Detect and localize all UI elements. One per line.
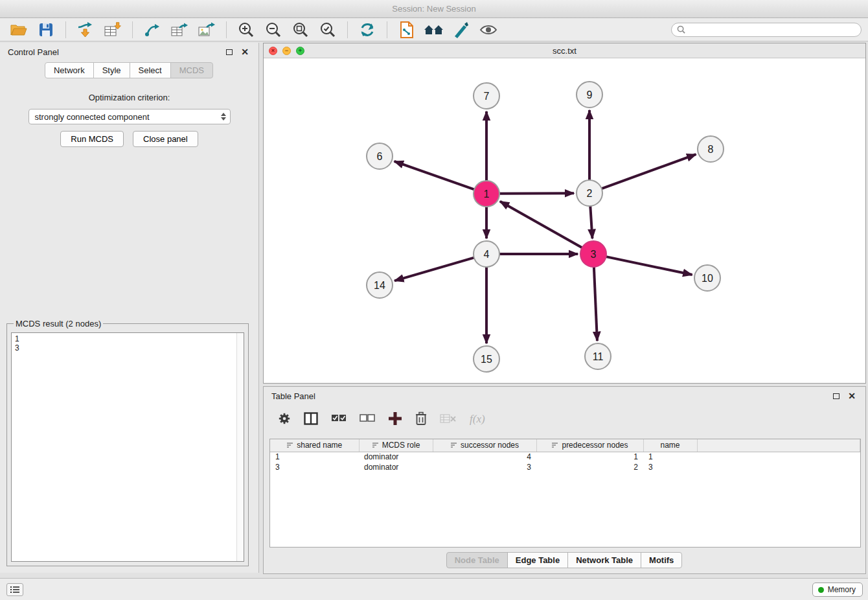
result-scrollbar[interactable] — [236, 333, 244, 561]
import-network-button[interactable] — [73, 20, 98, 40]
column-header-shared-name[interactable]: shared name — [270, 439, 359, 452]
float-panel-button[interactable] — [223, 46, 235, 58]
network-window-titlebar[interactable]: scc.txt × − + — [264, 43, 865, 58]
run-mcds-button[interactable]: Run MCDS — [60, 131, 124, 147]
edge-1-6[interactable] — [394, 161, 474, 189]
node-label: 2 — [587, 188, 593, 199]
table-row[interactable]: 3dominator323 — [270, 462, 860, 472]
zoom-selected-button[interactable] — [315, 20, 340, 40]
layout-refresh-button[interactable] — [355, 20, 380, 40]
network-graph: 7968124314101511 — [264, 58, 865, 383]
tab-network-table[interactable]: Network Table — [567, 552, 641, 568]
export-network-button[interactable] — [140, 20, 165, 40]
tab-network[interactable]: Network — [45, 62, 94, 78]
optimization-criterion-label: Optimization criterion: — [0, 93, 258, 102]
edge-3-1[interactable] — [500, 202, 582, 248]
column-header-filler — [697, 439, 860, 452]
tab-select[interactable]: Select — [130, 62, 171, 78]
open-session-button[interactable] — [6, 20, 31, 40]
memory-button[interactable]: Memory — [812, 583, 863, 597]
table-panel: Table Panel ✕ — [263, 386, 866, 574]
show-column-button[interactable] — [304, 412, 318, 427]
node-label: 6 — [377, 151, 383, 162]
node-label: 15 — [481, 354, 492, 365]
table-cell: 3 — [270, 462, 359, 472]
main-toolbar — [0, 18, 868, 41]
delete-table-button[interactable] — [440, 413, 457, 426]
table-cell-filler — [697, 462, 860, 472]
window-titlebar: Session: New Session — [0, 0, 868, 18]
columns-icon — [304, 412, 318, 425]
select-all-icon — [331, 413, 347, 424]
edge-2-8[interactable] — [602, 154, 696, 189]
tab-mcds[interactable]: MCDS — [170, 62, 213, 78]
eye-button[interactable] — [476, 20, 501, 40]
ndex-button[interactable] — [422, 20, 446, 40]
edge-1-2[interactable] — [499, 193, 574, 194]
refresh-icon — [359, 21, 376, 38]
column-header-mcds-role[interactable]: MCDS role — [359, 439, 433, 452]
task-history-button[interactable] — [6, 583, 23, 596]
table-cell: 3 — [433, 462, 536, 472]
close-panel-button[interactable]: ✕ — [239, 46, 251, 58]
toolbar-separator — [132, 21, 133, 38]
zoom-in-icon — [238, 21, 255, 38]
open-folder-icon — [10, 22, 28, 38]
close-mcds-panel-button[interactable]: Close panel — [133, 131, 198, 147]
style-wand-button[interactable] — [449, 20, 474, 40]
node-label: 11 — [593, 351, 604, 362]
delete-column-button[interactable] — [415, 411, 427, 428]
node-label: 3 — [591, 249, 597, 260]
create-column-button[interactable] — [388, 411, 402, 428]
edge-4-14[interactable] — [394, 258, 474, 281]
window-title: Session: New Session — [392, 4, 475, 14]
close-table-panel-button[interactable]: ✕ — [846, 390, 858, 402]
tab-edge-table[interactable]: Edge Table — [507, 552, 568, 568]
clone-network-button[interactable] — [394, 20, 419, 40]
zoom-fit-button[interactable] — [288, 20, 313, 40]
tab-node-table[interactable]: Node Table — [446, 552, 508, 568]
search-input[interactable] — [689, 25, 856, 34]
table-settings-button[interactable] — [278, 412, 291, 427]
unselect-all-columns-button[interactable] — [360, 413, 375, 426]
table-panel-tabs: Node Table Edge Table Network Table Moti… — [264, 552, 865, 568]
node-label: 7 — [484, 91, 490, 102]
optimization-criterion-select[interactable]: strongly connected component — [29, 109, 231, 124]
select-arrows-icon — [221, 113, 226, 121]
control-panel-title: Control Panel — [8, 47, 59, 57]
sort-icon — [372, 442, 379, 448]
select-value: strongly connected component — [35, 112, 150, 122]
status-bar: Memory — [0, 578, 868, 600]
tab-motifs[interactable]: Motifs — [641, 552, 682, 568]
close-icon: ✕ — [241, 47, 249, 56]
toolbar-separator — [65, 21, 66, 38]
node-label: 9 — [587, 89, 593, 100]
function-builder-button[interactable]: f(x) — [470, 413, 485, 426]
node-label: 10 — [702, 273, 713, 284]
sort-icon — [286, 442, 293, 448]
mcds-result-list[interactable]: 1 3 — [11, 332, 244, 562]
save-session-button[interactable] — [34, 20, 58, 40]
zoom-out-button[interactable] — [261, 20, 286, 40]
toolbar-separator — [347, 21, 348, 38]
export-table-button[interactable] — [167, 20, 192, 40]
table-row[interactable]: 1dominator411 — [270, 452, 860, 462]
edge-3-10[interactable] — [606, 257, 692, 275]
tab-style[interactable]: Style — [93, 62, 130, 78]
table-cell: 1 — [643, 452, 697, 462]
select-all-columns-button[interactable] — [331, 413, 347, 426]
clone-network-icon — [398, 21, 415, 39]
column-header-name[interactable]: name — [643, 439, 697, 452]
network-canvas[interactable]: 7968124314101511 — [264, 58, 865, 383]
column-header-successor-nodes[interactable]: successor nodes — [433, 439, 536, 452]
edge-3-11[interactable] — [594, 267, 597, 341]
edge-2-3[interactable] — [590, 206, 592, 238]
zoom-in-button[interactable] — [234, 20, 258, 40]
float-table-panel-button[interactable] — [830, 390, 842, 402]
toolbar-separator — [226, 21, 227, 38]
control-panel-tabs: Network Style Select MCDS — [0, 62, 258, 78]
export-image-button[interactable] — [194, 20, 219, 40]
table-cell: 1 — [536, 452, 643, 462]
column-header-predecessor-nodes[interactable]: predecessor nodes — [536, 439, 643, 452]
import-table-button[interactable] — [100, 20, 125, 40]
